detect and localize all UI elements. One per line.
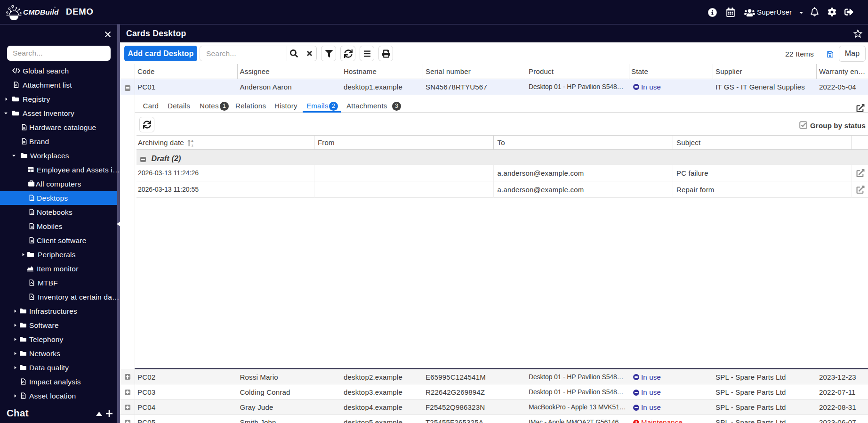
svg-text:A: A: [191, 139, 194, 143]
svg-text:z: z: [192, 143, 193, 146]
